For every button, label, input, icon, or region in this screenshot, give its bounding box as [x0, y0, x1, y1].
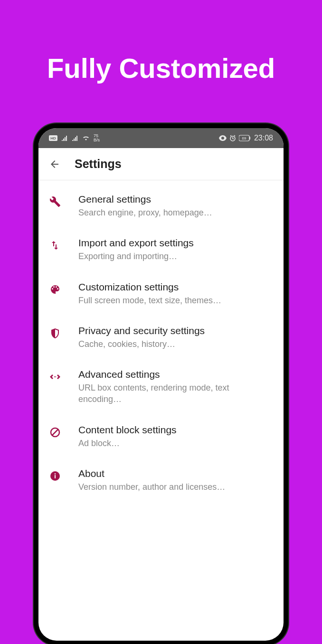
alarm-icon — [229, 135, 236, 141]
svg-text:HD: HD — [50, 136, 56, 140]
settings-list: General settings Search engine, proxy, h… — [38, 180, 284, 506]
palette-icon — [49, 283, 61, 296]
arrow-left-icon — [49, 159, 60, 170]
import-export-icon — [49, 239, 61, 252]
phone-screen: HD 75 B/s — [38, 128, 284, 641]
app-header: Settings — [38, 148, 284, 180]
settings-item-advanced[interactable]: Advanced settings URL box contents, rend… — [38, 359, 284, 415]
svg-text:69: 69 — [242, 136, 246, 140]
shield-icon — [49, 327, 61, 339]
network-speed: 75 B/s — [94, 134, 100, 142]
settings-item-general[interactable]: General settings Search engine, proxy, h… — [38, 184, 284, 228]
status-left: HD 75 B/s — [49, 134, 100, 142]
item-subtitle: Ad block… — [78, 438, 273, 449]
item-title: General settings — [78, 194, 273, 205]
signal-icon-1 — [61, 135, 68, 141]
battery-icon: 69 — [239, 135, 251, 141]
wifi-icon — [82, 135, 90, 141]
settings-item-customization[interactable]: Customization settings Full screen mode,… — [38, 272, 284, 316]
status-time: 23:08 — [254, 134, 273, 142]
status-right: 69 23:08 — [219, 134, 273, 142]
svg-point-10 — [55, 473, 56, 475]
svg-rect-9 — [55, 475, 56, 478]
svg-line-7 — [52, 429, 58, 435]
eye-icon — [219, 135, 227, 141]
item-subtitle: URL box contents, rendering mode, text e… — [78, 382, 273, 405]
settings-item-privacy[interactable]: Privacy and security settings Cache, coo… — [38, 316, 284, 359]
item-title: About — [78, 468, 273, 479]
item-title: Advanced settings — [78, 369, 273, 380]
item-subtitle: Cache, cookies, history… — [78, 338, 273, 350]
back-button[interactable] — [49, 159, 60, 170]
settings-item-import-export[interactable]: Import and export settings Exporting and… — [38, 228, 284, 271]
info-icon — [49, 470, 61, 482]
hd-icon: HD — [49, 135, 57, 141]
signal-icon-2 — [72, 135, 78, 141]
wrench-icon — [49, 196, 61, 208]
code-icon — [49, 371, 61, 383]
promo-title: Fully Customized — [0, 0, 322, 84]
status-bar: HD 75 B/s — [38, 128, 284, 148]
settings-item-content-block[interactable]: Content block settings Ad block… — [38, 415, 284, 458]
block-icon — [49, 426, 61, 439]
phone-frame: HD 75 B/s — [34, 123, 288, 644]
item-subtitle: Version number, author and licenses… — [78, 481, 273, 493]
item-title: Customization settings — [78, 281, 273, 293]
item-title: Content block settings — [78, 424, 273, 436]
item-title: Import and export settings — [78, 237, 273, 249]
item-subtitle: Search engine, proxy, homepage… — [78, 207, 273, 218]
page-title: Settings — [75, 157, 122, 171]
svg-rect-4 — [249, 137, 250, 140]
settings-item-about[interactable]: About Version number, author and license… — [38, 458, 284, 502]
item-title: Privacy and security settings — [78, 325, 273, 336]
item-subtitle: Full screen mode, text size, themes… — [78, 295, 273, 306]
item-subtitle: Exporting and importing… — [78, 251, 273, 262]
